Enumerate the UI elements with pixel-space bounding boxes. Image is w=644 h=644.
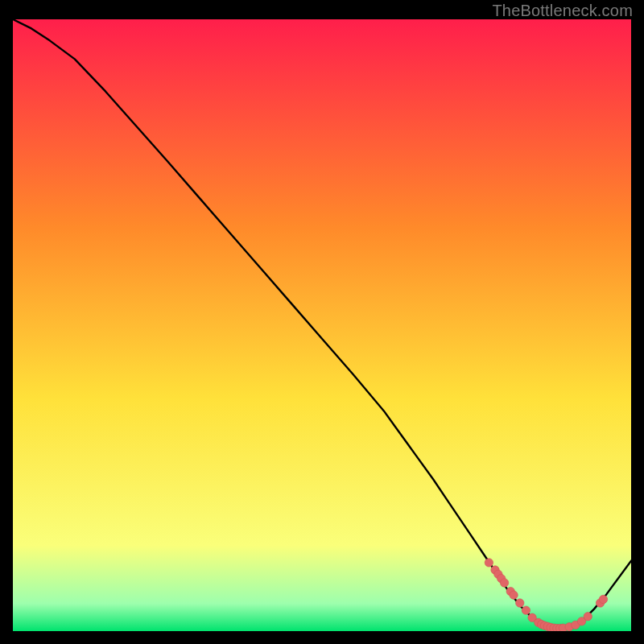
data-dot [516, 599, 524, 607]
data-dot [510, 591, 518, 599]
data-dot [500, 579, 508, 587]
data-dot [485, 559, 493, 567]
chart-svg [13, 19, 631, 631]
gradient-background [13, 19, 631, 631]
chart-stage: TheBottleneck.com [0, 0, 644, 644]
data-dot [584, 613, 592, 621]
watermark-text: TheBottleneck.com [492, 2, 633, 20]
data-dot [599, 595, 607, 603]
data-dot [522, 606, 530, 614]
plot-area [13, 19, 631, 631]
